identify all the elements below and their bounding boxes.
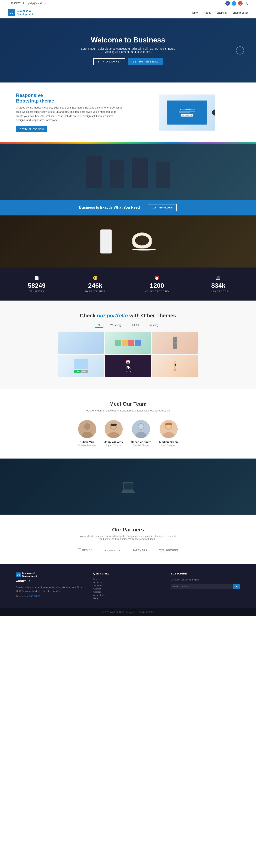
facebook-icon[interactable]: f: [225, 1, 230, 6]
nav-shop-product[interactable]: Shop product: [232, 11, 248, 14]
coding-icon: ⏰: [145, 276, 169, 280]
coffee-illustration: [100, 229, 156, 253]
portfolio-item-5[interactable]: 📅 25 Calendar: [105, 355, 151, 377]
templates-label: TEMPLATES: [28, 290, 46, 292]
phone-mockup: [100, 229, 112, 253]
search-icon[interactable]: 🔍: [245, 2, 248, 5]
portfolio-tab-all[interactable]: All: [95, 323, 103, 328]
workspace-illustration: 💻: [121, 479, 136, 494]
team-member-1: Julien Mira Creative Business: [78, 420, 96, 446]
portfolio-item-6[interactable]: 📱: [152, 355, 198, 377]
nav-home[interactable]: Home: [191, 11, 198, 14]
portfolio-item-4[interactable]: Button Button: [58, 355, 104, 377]
partner-3: PARTNERS: [133, 549, 147, 552]
footer-link-careers[interactable]: Careers: [94, 591, 163, 593]
main-navigation: CC Business &Development Home About Shop…: [0, 7, 256, 19]
portfolio-item-2[interactable]: [105, 332, 151, 353]
clients-icon: 😊: [85, 276, 105, 280]
portfolio-tabs: All Webdesign UX/UI Branding: [16, 323, 240, 328]
member-role-2: Support Director: [104, 444, 123, 446]
coding-label: HOURS OF CODING: [145, 290, 169, 292]
partner-1: D DESIGN: [78, 549, 93, 552]
silhouette-1: [86, 156, 102, 188]
team-photo-section: [0, 144, 256, 199]
stats-section: 📄 58249 TEMPLATES 😊 246k HAPPY CLIENTS ⏰…: [0, 268, 256, 301]
partner-4: the PREMIUM: [159, 549, 178, 552]
footer-logo-icon: CC: [16, 572, 21, 577]
code-label: LINES OF CODE: [209, 290, 228, 292]
start-journey-button[interactable]: START A JOURNEY: [93, 58, 125, 65]
responsive-section: Responsive Bootstrap theme Created by th…: [0, 83, 256, 142]
partners-section: Our Partners We work with companies arou…: [0, 515, 256, 564]
portfolio-tab-webdesign[interactable]: Webdesign: [107, 323, 125, 328]
portfolio-title-plain: Check: [80, 313, 97, 318]
footer-link-contact[interactable]: Contact: [94, 587, 163, 590]
footer-about: CC Business &Development ABOUT US Develo…: [16, 572, 85, 600]
cta-text: Business Is Exactly What You Need: [79, 206, 140, 210]
templates-number: 58249: [28, 282, 46, 289]
stat-clients: 😊 246k HAPPY CLIENTS: [85, 276, 105, 292]
footer-subscribe: SUBSCRIBE Get latest updates and offers.…: [171, 572, 240, 600]
member-name-4: Madlen Green: [159, 440, 178, 444]
footer-link-blog[interactable]: Blog: [94, 597, 163, 599]
get-business-now-button[interactable]: GET BUSINESS NOW: [16, 126, 47, 132]
responsive-image: Welcome to Business GET TEMPLATE ›: [134, 94, 240, 130]
mockup-arrow[interactable]: ›: [212, 110, 215, 116]
googleplus-icon[interactable]: g: [238, 1, 243, 6]
twitter-icon[interactable]: t: [232, 1, 236, 6]
templates-icon: 📄: [28, 276, 46, 280]
portfolio-tab-uxui[interactable]: UX/UI: [130, 323, 142, 328]
email-address[interactable]: philip@email.com: [28, 2, 47, 5]
responsive-plain-heading: Bootstrap theme: [16, 98, 54, 103]
footer-link-appointment[interactable]: Appointment: [94, 594, 163, 596]
team-member-2: Joan Williams Support Director: [104, 420, 123, 446]
partners-grid: D DESIGN thedesign PARTNERS the PREMIUM: [16, 549, 240, 552]
footer-subscribe-desc: Get latest updates and offers.: [171, 578, 240, 582]
footer-link-about[interactable]: About us: [94, 581, 163, 584]
footer-logo-text: Business &Development: [22, 572, 37, 578]
logo-text: Business &Development: [17, 9, 33, 16]
team-title: Meet Our Team: [16, 401, 240, 407]
hero-subtitle: Lorem ipsum dolor sit amet, consectetur …: [78, 47, 178, 54]
hero-section: Welcome to Business Lorem ipsum dolor si…: [0, 19, 256, 83]
nav-about[interactable]: About: [204, 11, 211, 14]
footer-subscribe-title: SUBSCRIBE: [171, 572, 240, 575]
workspace-section: 💻: [0, 459, 256, 515]
member-role-1: Creative Business: [78, 444, 96, 446]
team-grid: Julien Mira Creative Business Joan Willi…: [16, 420, 240, 446]
portfolio-item-3[interactable]: Photo: [152, 332, 198, 353]
top-bar-contacts: +17858975121 philip@email.com: [8, 2, 47, 5]
partners-title: Our Partners: [16, 527, 240, 533]
team-member-3: Benedict Smith Creative Director: [131, 420, 151, 446]
phone-number[interactable]: +17858975121: [8, 2, 24, 5]
silhouette-2: [110, 160, 124, 188]
footer-link-home[interactable]: Home: [94, 578, 163, 580]
get-business-button[interactable]: GET BUSINESS NOW: [128, 58, 163, 65]
footer: CC Business &Development ABOUT US Develo…: [0, 564, 256, 608]
get-template-button[interactable]: GET TEMPLATE: [148, 204, 177, 211]
subscribe-button[interactable]: ➤: [233, 584, 240, 589]
nav-shop-list[interactable]: Shop list: [217, 11, 227, 14]
team-section: Meet Our Team We are a team of developer…: [0, 389, 256, 459]
cta-bar: Business Is Exactly What You Need GET TE…: [0, 199, 256, 215]
responsive-colored-heading: Responsive: [16, 93, 43, 98]
footer-logo: CC Business &Development: [16, 572, 85, 578]
avatar-joan: [105, 420, 122, 438]
responsive-text: Responsive Bootstrap theme Created by th…: [16, 93, 122, 132]
avatar-madlen: [159, 420, 178, 438]
code-icon: 💻: [209, 276, 228, 280]
portfolio-title: Check our portfolio with Other Themes: [16, 313, 240, 319]
avatar-benedict: [132, 420, 150, 438]
portfolio-item-1[interactable]: [58, 332, 104, 353]
portfolio-title-end: with Other Themes: [128, 313, 176, 318]
stat-coding: ⏰ 1200 HOURS OF CODING: [145, 276, 169, 292]
svg-point-11: [138, 424, 144, 429]
portfolio-tab-branding[interactable]: Branding: [146, 323, 161, 328]
footer-link-services[interactable]: Services: [94, 584, 163, 587]
member-name-2: Joan Williams: [104, 440, 123, 444]
subscribe-email-input[interactable]: [171, 584, 233, 589]
hero-next-arrow[interactable]: ›: [236, 46, 244, 55]
meeting-illustration: [86, 156, 170, 188]
coffee-cup: [132, 232, 156, 250]
stat-templates: 📄 58249 TEMPLATES: [28, 276, 46, 292]
